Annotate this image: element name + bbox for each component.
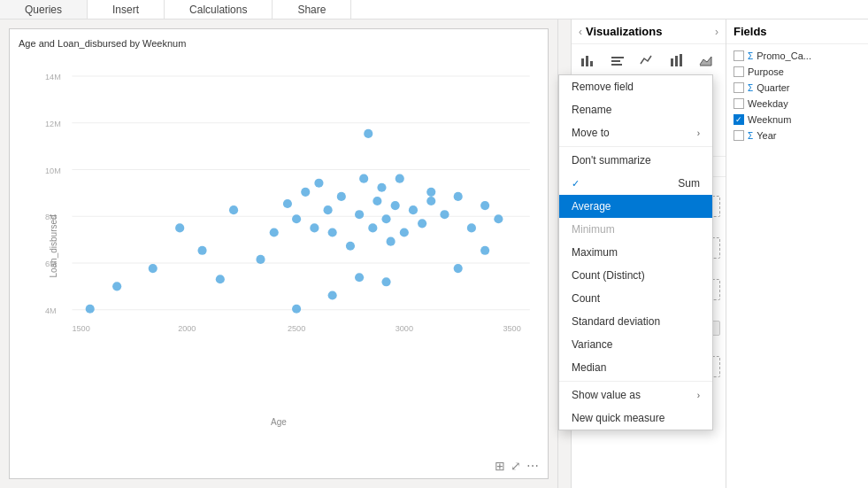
menu-maximum[interactable]: Maximum <box>559 241 712 264</box>
svg-rect-65 <box>611 60 620 62</box>
menu-median[interactable]: Median <box>559 356 712 379</box>
svg-point-45 <box>400 228 409 236</box>
svg-point-50 <box>454 192 463 201</box>
menu-remove-field[interactable]: Remove field <box>559 75 712 98</box>
sigma-year: Σ <box>748 131 753 141</box>
field-item-purpose[interactable]: Purpose <box>726 64 868 80</box>
svg-point-56 <box>292 305 301 314</box>
viz-icon-area[interactable] <box>694 48 718 73</box>
svg-point-32 <box>328 228 337 236</box>
checkbox-weeknum[interactable]: ✓ <box>734 114 744 125</box>
svg-point-28 <box>301 188 310 197</box>
y-axis-label: Loan_disbursed <box>49 214 58 277</box>
svg-point-35 <box>355 210 364 219</box>
svg-point-21 <box>197 246 206 255</box>
menu-sum[interactable]: ✓ Sum <box>559 172 712 195</box>
fields-header: Fields <box>726 19 868 44</box>
menu-dont-summarize[interactable]: Don't summarize <box>559 149 712 172</box>
svg-point-27 <box>292 214 301 223</box>
svg-point-52 <box>480 201 489 210</box>
checkbox-quarter[interactable] <box>734 82 744 93</box>
svg-rect-63 <box>590 61 593 66</box>
tab-insert[interactable]: Insert <box>88 0 165 19</box>
fields-list: Σ Promo_Ca... Purpose Σ Quarter Weekday <box>726 44 868 488</box>
menu-minimum[interactable]: Minimum <box>559 218 712 241</box>
svg-point-17 <box>86 305 95 314</box>
menu-show-value-as[interactable]: Show value as › <box>559 383 712 407</box>
menu-new-quick-measure[interactable]: New quick measure <box>559 407 712 430</box>
svg-text:2000: 2000 <box>178 324 196 333</box>
menu-count-distinct[interactable]: Count (Distinct) <box>559 264 712 287</box>
svg-text:2500: 2500 <box>288 324 305 333</box>
right-panel: Filters ‹ Visualizations › <box>557 19 868 488</box>
menu-average[interactable]: Average <box>559 195 712 218</box>
viz-title: Visualizations <box>586 25 711 38</box>
viz-forward-arrow[interactable]: › <box>715 26 718 38</box>
svg-point-26 <box>283 199 292 208</box>
expand-icon[interactable]: ⤢ <box>511 459 521 473</box>
move-to-arrow: › <box>697 128 700 138</box>
svg-text:3000: 3000 <box>396 324 413 333</box>
checkbox-promo[interactable] <box>734 50 744 61</box>
svg-point-42 <box>387 237 396 246</box>
svg-point-34 <box>346 242 355 251</box>
filter-icon[interactable]: ⊞ <box>495 459 505 473</box>
field-item-weeknum[interactable]: ✓ Weeknum <box>726 112 868 128</box>
svg-point-44 <box>396 174 404 183</box>
main-content: Age and Loan_disbursed by Weeknum Loan_d… <box>0 19 868 488</box>
svg-point-40 <box>377 183 386 192</box>
menu-divider-2 <box>559 381 712 382</box>
viz-icon-line[interactable] <box>634 48 659 73</box>
svg-point-60 <box>480 246 489 255</box>
svg-point-59 <box>454 264 463 273</box>
svg-text:14M: 14M <box>45 73 61 81</box>
viz-icon-bar3[interactable] <box>664 48 689 73</box>
checkbox-year[interactable] <box>734 130 744 141</box>
svg-text:1500: 1500 <box>72 324 89 333</box>
svg-point-30 <box>314 179 323 188</box>
svg-point-37 <box>364 129 373 138</box>
svg-text:4M: 4M <box>45 306 57 315</box>
field-name-year: Year <box>757 130 861 141</box>
viz-back-arrow[interactable]: ‹ <box>579 26 582 38</box>
checkbox-weekday[interactable] <box>734 98 744 109</box>
tab-queries[interactable]: Queries <box>0 0 88 19</box>
svg-point-29 <box>310 223 319 232</box>
menu-std-dev[interactable]: Standard deviation <box>559 310 712 333</box>
more-icon[interactable]: ⋯ <box>526 459 539 473</box>
field-name-weekday: Weekday <box>748 98 861 109</box>
field-item-year[interactable]: Σ Year <box>726 128 868 143</box>
fields-panel: Fields Σ Promo_Ca... Purpose Σ Quarter <box>726 19 868 488</box>
viz-icon-bar2[interactable] <box>605 48 630 73</box>
menu-count[interactable]: Count <box>559 287 712 310</box>
svg-point-47 <box>418 219 426 228</box>
field-item-promo[interactable]: Σ Promo_Ca... <box>726 48 868 64</box>
viz-icon-bar[interactable] <box>575 48 600 73</box>
field-item-quarter[interactable]: Σ Quarter <box>726 80 868 96</box>
checkbox-purpose[interactable] <box>734 66 744 77</box>
svg-text:3500: 3500 <box>503 324 520 333</box>
chart-container: Age and Loan_disbursed by Weeknum Loan_d… <box>9 28 549 479</box>
menu-divider-1 <box>559 146 712 147</box>
svg-point-25 <box>270 228 279 236</box>
field-name-promo: Promo_Ca... <box>757 50 861 61</box>
context-menu[interactable]: Remove field Rename Move to › Don't summ… <box>558 74 713 430</box>
sigma-promo: Σ <box>748 51 753 61</box>
svg-point-20 <box>175 223 184 232</box>
field-name-quarter: Quarter <box>757 82 861 93</box>
chart-title: Age and Loan_disbursed by Weeknum <box>19 38 539 49</box>
svg-rect-67 <box>671 58 673 66</box>
tab-calculations[interactable]: Calculations <box>165 0 273 19</box>
sigma-quarter: Σ <box>748 83 753 93</box>
viz-header: ‹ Visualizations › <box>572 19 726 44</box>
field-item-weekday[interactable]: Weekday <box>726 96 868 112</box>
svg-point-46 <box>409 205 418 214</box>
chart-area: Age and Loan_disbursed by Weeknum Loan_d… <box>0 19 557 488</box>
menu-variance[interactable]: Variance <box>559 333 712 356</box>
tab-share[interactable]: Share <box>273 0 351 19</box>
svg-rect-66 <box>611 64 622 66</box>
menu-rename[interactable]: Rename <box>559 98 712 121</box>
svg-point-57 <box>328 290 337 299</box>
svg-point-33 <box>337 192 346 201</box>
menu-move-to[interactable]: Move to › <box>559 121 712 144</box>
